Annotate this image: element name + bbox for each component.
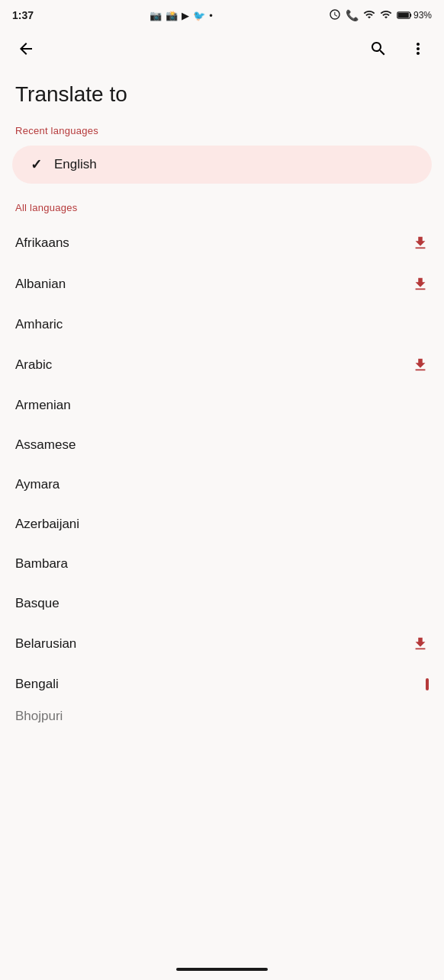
search-button[interactable] bbox=[362, 32, 395, 66]
partial-indicator bbox=[426, 678, 429, 690]
language-name: Bhojpuri bbox=[15, 709, 63, 724]
list-item[interactable]: Aymara bbox=[0, 465, 444, 504]
instagram2-icon: 📸 bbox=[166, 10, 178, 21]
instagram-icon: 📷 bbox=[150, 10, 162, 21]
list-item[interactable]: Bambara bbox=[0, 544, 444, 584]
list-item[interactable]: Arabic bbox=[0, 344, 444, 386]
language-name: Bambara bbox=[15, 556, 68, 572]
list-item[interactable]: Azerbaijani bbox=[0, 504, 444, 544]
language-name: Belarusian bbox=[15, 636, 76, 652]
page-title: Translate to bbox=[15, 82, 429, 107]
bottom-nav bbox=[0, 962, 444, 980]
language-list: Afrikaans Albanian Amharic Arabic Armeni… bbox=[0, 223, 444, 729]
list-item[interactable]: Amharic bbox=[0, 305, 444, 344]
battery-percent: 93% bbox=[413, 10, 432, 21]
toolbar bbox=[0, 27, 444, 70]
page-title-area: Translate to bbox=[0, 70, 444, 113]
dot-icon: • bbox=[209, 10, 213, 21]
battery-icon: 93% bbox=[397, 10, 432, 21]
selected-language-item[interactable]: ✓ English bbox=[12, 146, 432, 184]
recent-languages-header: Recent languages bbox=[0, 113, 444, 143]
toolbar-right bbox=[362, 32, 435, 66]
language-name: Amharic bbox=[15, 317, 63, 332]
language-name: Azerbaijani bbox=[15, 517, 79, 532]
svg-rect-1 bbox=[410, 14, 411, 17]
all-languages-header: All languages bbox=[0, 190, 444, 219]
download-icon[interactable] bbox=[412, 235, 429, 251]
language-name: Assamese bbox=[15, 437, 76, 453]
list-item[interactable]: Basque bbox=[0, 584, 444, 623]
home-indicator bbox=[176, 968, 268, 971]
download-icon[interactable] bbox=[412, 636, 429, 652]
language-name: Albanian bbox=[15, 277, 66, 292]
status-right-icons: 📞 93% bbox=[329, 8, 432, 23]
status-bar: 1:37 📷 📸 ▶ 🐦 • 📞 93% bbox=[0, 0, 444, 27]
list-item[interactable]: Bengali bbox=[0, 665, 444, 704]
list-item[interactable]: Afrikaans bbox=[0, 223, 444, 264]
back-button[interactable] bbox=[9, 32, 43, 66]
more-options-button[interactable] bbox=[401, 32, 435, 66]
list-item[interactable]: Albanian bbox=[0, 264, 444, 305]
language-name: Aymara bbox=[15, 477, 60, 492]
signal-icon bbox=[380, 8, 392, 23]
list-item[interactable]: Bhojpuri bbox=[0, 704, 444, 729]
checkmark-icon: ✓ bbox=[31, 156, 42, 173]
language-name: Armenian bbox=[15, 398, 71, 413]
youtube-icon: ▶ bbox=[182, 10, 189, 21]
language-name: Arabic bbox=[15, 357, 52, 373]
wifi-icon bbox=[363, 8, 375, 23]
language-name: Afrikaans bbox=[15, 235, 69, 251]
alarm-icon bbox=[329, 8, 341, 23]
language-name: Basque bbox=[15, 596, 60, 611]
status-time: 1:37 bbox=[12, 9, 34, 21]
selected-language-name: English bbox=[54, 157, 97, 172]
list-item[interactable]: Belarusian bbox=[0, 623, 444, 665]
call-icon: 📞 bbox=[346, 9, 359, 21]
list-item[interactable]: Armenian bbox=[0, 386, 444, 425]
language-name: Bengali bbox=[15, 677, 59, 692]
twitter-icon: 🐦 bbox=[193, 10, 205, 21]
list-item[interactable]: Assamese bbox=[0, 425, 444, 465]
download-icon[interactable] bbox=[412, 357, 429, 373]
notification-icons: 📷 📸 ▶ 🐦 • bbox=[150, 10, 213, 21]
download-icon[interactable] bbox=[412, 276, 429, 293]
svg-rect-2 bbox=[398, 13, 409, 18]
toolbar-left bbox=[9, 32, 43, 66]
